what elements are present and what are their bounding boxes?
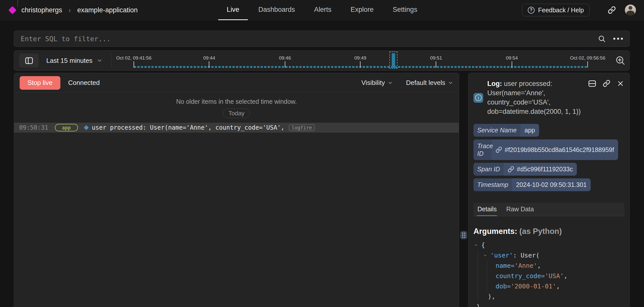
chevron-down-icon	[387, 80, 393, 86]
sidebar-toggle-button[interactable]	[19, 54, 39, 68]
attribute-chip-service-name[interactable]: Service Nameapp	[473, 124, 539, 137]
tab-live[interactable]: Live	[218, 0, 248, 20]
timeline-zoom-in-button[interactable]	[615, 56, 625, 66]
link-icon	[508, 166, 514, 173]
attribute-chips: Service NameappTrace ID #f2019b98b550cd8…	[473, 124, 624, 191]
attribute-value: app	[520, 124, 539, 137]
log-level-diamond-icon	[84, 125, 89, 130]
tab-raw-data[interactable]: Raw Data	[506, 203, 534, 216]
breadcrumb-org[interactable]: christophergs	[21, 6, 62, 14]
timeline-tick-label: Oct 02, 09:56:56	[570, 55, 606, 61]
code-token: :	[513, 252, 520, 259]
timeline-tick-mark	[512, 61, 512, 68]
live-panel-header: Stop live Connected Visibility Default l…	[14, 73, 459, 93]
logo-pointer-line	[17, 0, 18, 7]
breadcrumb: christophergs › example-application	[8, 6, 138, 14]
timeline-tick-mark	[209, 61, 209, 68]
tab-settings[interactable]: Settings	[384, 0, 426, 20]
copy-link-icon[interactable]	[603, 80, 610, 87]
sidebar-panel-icon	[25, 57, 33, 64]
code-line: ),	[473, 291, 624, 302]
dock-panel-icon[interactable]	[588, 80, 596, 87]
attribute-value: 2024-10-02 09:50:31.301	[512, 178, 591, 191]
collapse-chevron-icon[interactable]	[474, 243, 481, 247]
breadcrumb-chevron-icon: ›	[67, 7, 73, 14]
timeline-tick-mark	[436, 61, 436, 68]
log-details-panel: i Log: user processed: User(name='Anne',…	[468, 73, 630, 307]
code-token: name=	[496, 262, 514, 269]
tab-explore[interactable]: Explore	[342, 0, 382, 20]
chevron-down-icon	[97, 58, 103, 64]
code-token: }	[476, 303, 480, 307]
attribute-label: Span ID	[473, 163, 504, 176]
code-token: 'USA'	[545, 272, 564, 280]
log-timestamp: 09:50:31	[19, 124, 48, 131]
collapse-chevron-icon[interactable]	[483, 253, 490, 257]
visibility-dropdown[interactable]: Visibility	[361, 79, 393, 87]
timeline-tick-label: 09:46	[279, 55, 291, 61]
timeline-tick-label: 09:51	[430, 55, 442, 61]
empty-notice-zone: No older items in the selected time wind…	[14, 93, 459, 122]
logfire-logo-icon[interactable]	[8, 6, 17, 14]
top-bar: christophergs › example-application Live…	[0, 0, 644, 20]
empty-notice-text: No older items in the selected time wind…	[176, 98, 297, 105]
share-link-button[interactable]	[608, 6, 616, 14]
code-token: '2000-01-01'	[511, 283, 556, 290]
today-pill[interactable]: Today	[223, 109, 250, 118]
timeline-bar: Last 15 minutes Oct 02, 09:41:5609:4409:…	[14, 50, 630, 71]
code-token: ,	[537, 262, 541, 269]
logfire-tag[interactable]: logfire	[289, 124, 315, 131]
code-line: dob='2000-01-01',	[473, 281, 624, 291]
timeline-tick-label: Oct 02, 09:41:56	[116, 55, 152, 61]
log-row[interactable]: 09:50:31 app user processed: User(name='…	[14, 122, 459, 133]
user-avatar[interactable]	[625, 5, 636, 16]
default-levels-dropdown[interactable]: Default levels	[406, 79, 453, 87]
code-token: {	[481, 241, 485, 249]
arguments-heading: Arguments: (as Python)	[473, 227, 624, 236]
question-icon: ?	[528, 7, 535, 14]
indent-guide	[478, 250, 478, 302]
indent-guide	[487, 261, 487, 291]
detail-tabs: Details Raw Data	[473, 203, 624, 216]
tab-details[interactable]: Details	[477, 203, 497, 216]
search-icon[interactable]	[598, 35, 606, 43]
divider	[111, 54, 111, 68]
time-range-selector[interactable]: Last 15 minutes	[46, 57, 103, 65]
breadcrumb-project[interactable]: example-application	[77, 6, 138, 14]
log-message: user processed: User(name='Anne', countr…	[92, 124, 285, 131]
resize-handle[interactable]	[460, 231, 467, 239]
default-levels-label: Default levels	[406, 79, 445, 87]
detail-title: Log: user processed: User(name='Anne', c…	[487, 79, 586, 116]
timeline-tick-mark	[134, 61, 134, 68]
close-icon[interactable]	[617, 80, 624, 87]
code-line: }	[473, 302, 624, 307]
attribute-value: #f2019b98b550cd8a61546c2f9188959f	[492, 143, 618, 156]
attribute-value: #d5c996f11192033c	[504, 163, 577, 176]
code-line: name='Anne',	[473, 261, 624, 271]
code-line: {	[473, 240, 624, 250]
timeline-tick-mark	[285, 61, 285, 68]
feedback-help-button[interactable]: ? Feedback / Help	[522, 4, 590, 16]
code-token: User(	[520, 252, 539, 259]
attribute-chip-trace-id[interactable]: Trace ID #f2019b98b550cd8a61546c2f918895…	[473, 139, 618, 160]
arguments-subtitle: (as Python)	[517, 227, 562, 236]
attribute-label: Service Name	[473, 124, 520, 137]
visibility-label: Visibility	[361, 79, 385, 87]
timeline-histogram-baseline	[134, 66, 588, 68]
attribute-chip-timestamp[interactable]: Timestamp2024-10-02 09:50:31.301	[473, 178, 591, 191]
arguments-title: Arguments:	[473, 227, 517, 236]
main-nav: Live Dashboards Alerts Explore Settings	[218, 0, 426, 20]
chevron-down-icon	[448, 80, 453, 86]
timeline-track[interactable]: Oct 02, 09:41:5609:4409:4609:4909:5109:5…	[134, 51, 588, 70]
sql-filter-input[interactable]	[21, 35, 598, 43]
tab-alerts[interactable]: Alerts	[305, 0, 340, 20]
tab-dashboards[interactable]: Dashboards	[250, 0, 304, 20]
attribute-chip-span-id[interactable]: Span ID #d5c996f11192033c	[473, 163, 577, 176]
stop-live-button[interactable]: Stop live	[20, 76, 60, 90]
timeline-tick-label: 09:49	[354, 55, 366, 61]
more-options-icon[interactable]	[613, 38, 623, 40]
code-token: ,	[564, 272, 568, 280]
panel-divider	[459, 73, 468, 307]
code-token: country_code=	[496, 272, 545, 280]
service-badge[interactable]: app	[55, 124, 78, 131]
